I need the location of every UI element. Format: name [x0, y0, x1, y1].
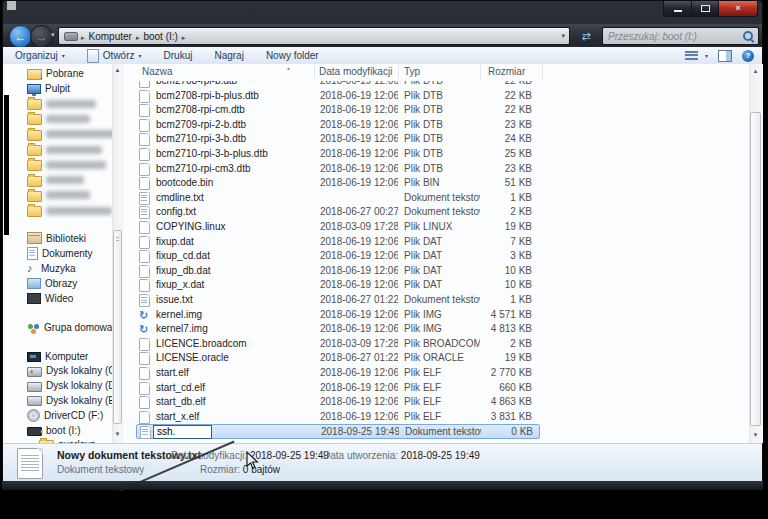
sidebar-item-redacted[interactable]: [27, 143, 102, 157]
sidebar-item-dysk-lokalny-e[interactable]: Dysk lokalny (E:): [27, 393, 121, 407]
back-button[interactable]: ←: [9, 25, 32, 48]
search-box[interactable]: Przeszukaj: boot (I:): [602, 27, 759, 45]
file-type: Plik ELF: [398, 381, 480, 396]
sidebar-item-redacted[interactable]: [27, 204, 112, 218]
file-row-bcm2709-rpi-2-b-dtb[interactable]: bcm2709-rpi-2-b.dtb2018-06-19 12:06Plik …: [136, 118, 540, 133]
file-row-config-txt[interactable]: config.txt2018-06-27 00:27Dokument tekst…: [136, 205, 540, 220]
file-row-bcm2708-rpi-b-dtb[interactable]: bcm2708-rpi-b.dtb2018-06-19 12:06Plik DT…: [136, 81, 540, 89]
file-row-bcm2710-rpi-cm3-dtb[interactable]: bcm2710-rpi-cm3.dtb2018-06-19 12:06Plik …: [136, 162, 540, 177]
views-icon: [685, 51, 698, 60]
file-modified: 2018-06-19 12:06: [314, 118, 398, 133]
file-type: Dokument tekstowy: [399, 425, 481, 440]
sidebar-item-pulpit[interactable]: Pulpit: [27, 81, 70, 95]
file-row-cmdline-txt[interactable]: cmdline.txtDokument tekstowy1 KB: [136, 191, 540, 206]
drive-icon: [64, 32, 78, 41]
file-row-COPYING-linux[interactable]: COPYING.linux2018-03-09 17:28Plik LINUX1…: [136, 220, 540, 235]
organize-button[interactable]: Organizuj ▾: [9, 47, 71, 64]
file-type: Plik DTB: [398, 103, 480, 118]
burn-button[interactable]: Nagraj: [208, 47, 249, 64]
list-scroll-up-icon[interactable]: ▲: [749, 68, 762, 74]
sidebar-item-biblioteki[interactable]: Biblioteki: [27, 231, 86, 245]
recent-pages-dropdown[interactable]: ▾: [51, 31, 55, 39]
sidebar-scroll-down-icon[interactable]: ▼: [112, 431, 123, 437]
file-row-bcm2708-rpi-cm-dtb[interactable]: bcm2708-rpi-cm.dtb2018-06-19 12:06Plik D…: [136, 103, 540, 118]
sidebar-item-pobrane[interactable]: Pobrane: [27, 66, 84, 80]
file-modified: 2018-06-19 12:06: [314, 322, 398, 337]
sidebar-item-boot-i[interactable]: boot (I:): [27, 423, 80, 437]
file-row-bootcode-bin[interactable]: bootcode.bin2018-06-19 12:06Plik BIN51 K…: [136, 176, 540, 191]
sidebar-item-wideo[interactable]: Wideo: [27, 291, 73, 305]
crumb-arrow-icon[interactable]: ▸: [181, 34, 187, 41]
file-row-bcm2710-rpi-3-b-dtb[interactable]: bcm2710-rpi-3-b.dtb2018-06-19 12:06Plik …: [136, 132, 540, 147]
sidebar-item-grupa-domowa[interactable]: Grupa domowa: [27, 320, 112, 334]
minimize-button[interactable]: [663, 1, 692, 17]
sidebar-item-redacted[interactable]: [27, 158, 106, 172]
open-button[interactable]: Otwórz ▾: [81, 47, 148, 64]
search-placeholder: Przeszukaj: boot (I:): [608, 31, 743, 42]
refresh-button[interactable]: ⇄: [574, 27, 598, 45]
change-view-button[interactable]: ▾: [683, 51, 710, 60]
file-row-LICENCE-broadcom[interactable]: LICENCE.broadcom2018-03-09 17:28Plik BRO…: [136, 337, 540, 352]
close-button[interactable]: ×: [718, 1, 758, 17]
preview-pane-icon[interactable]: [718, 50, 732, 62]
file-row-LICENSE-oracle[interactable]: LICENSE.oracle2018-06-27 01:22Plik ORACL…: [136, 351, 540, 366]
file-row-fixup-dat[interactable]: fixup.dat2018-06-19 12:06Plik DAT7 KB: [136, 235, 540, 250]
file-name-cell: bcm2710-rpi-3-b.dtb: [136, 132, 314, 147]
file-row-start-db-elf[interactable]: start_db.elf2018-06-19 12:06Plik ELF4 86…: [136, 395, 540, 410]
sidebar-item-redacted[interactable]: [27, 112, 90, 126]
rename-input[interactable]: ssh.: [153, 425, 212, 439]
file-row-start-elf[interactable]: start.elf2018-06-19 12:06Plik ELF2 770 K…: [136, 366, 540, 381]
sidebar-item-redacted[interactable]: [27, 127, 120, 141]
sidebar-item-muzyka[interactable]: ♪Muzyka: [27, 261, 75, 275]
file-name-cell: ↻kernel.img: [136, 308, 314, 323]
file-row-start-cd-elf[interactable]: start_cd.elf2018-06-19 12:06Plik ELF660 …: [136, 381, 540, 396]
list-scroll-down-icon[interactable]: ▼: [749, 432, 762, 438]
file-modified: 2018-06-19 12:06: [314, 308, 398, 323]
file-row-fixup-cd-dat[interactable]: fixup_cd.dat2018-06-19 12:06Plik DAT3 KB: [136, 249, 540, 264]
sidebar-item-dysk-lokalny-c[interactable]: Dysk lokalny (C:): [27, 364, 122, 378]
column-header-size[interactable]: Rozmiar: [488, 66, 525, 77]
file-row-bcm2708-rpi-b-plus-dtb[interactable]: bcm2708-rpi-b-plus.dtb2018-06-19 12:06Pl…: [136, 89, 540, 104]
organize-label: Organizuj: [15, 50, 58, 61]
print-button[interactable]: Drukuj: [158, 47, 199, 64]
file-row-kernel-img[interactable]: ↻kernel.img2018-06-19 12:06Plik IMG4 571…: [136, 308, 540, 323]
address-bar[interactable]: ▸Komputer▸boot (I:)▸ ▾: [58, 27, 570, 45]
list-scrollbar-thumb[interactable]: [750, 112, 761, 426]
sidebar-item-dokumenty[interactable]: Dokumenty: [27, 246, 93, 260]
minimize-icon: [674, 10, 682, 12]
file-row-bcm2710-rpi-3-b-plus-dtb[interactable]: bcm2710-rpi-3-b-plus.dtb2018-06-19 12:06…: [136, 147, 540, 162]
file-row-fixup-x-dat[interactable]: fixup_x.dat2018-06-19 12:06Plik DAT10 KB: [136, 278, 540, 293]
sidebar-scrollbar-thumb[interactable]: [113, 230, 122, 424]
sidebar-item-obrazy[interactable]: Obrazy: [27, 276, 77, 290]
column-header-name[interactable]: Nazwa: [142, 66, 173, 77]
folder-icon: [27, 191, 42, 202]
file-row-start-x-elf[interactable]: start_x.elf2018-06-19 12:06Plik ELF3 831…: [136, 410, 540, 425]
forward-button[interactable]: →: [30, 25, 53, 48]
sidebar-item-dysk-lokalny-d[interactable]: Dysk lokalny (D:): [27, 379, 122, 393]
breadcrumb-item[interactable]: Komputer: [86, 31, 135, 42]
maximize-button[interactable]: [692, 1, 718, 17]
address-dropdown-icon[interactable]: ▾: [561, 32, 565, 40]
file-size: 7 KB: [480, 235, 538, 250]
file-modified: 2018-06-19 12:06: [314, 81, 398, 89]
file-modified: 2018-09-25 19:49: [315, 425, 399, 440]
redacted-label: [46, 207, 112, 215]
column-header-modified[interactable]: Data modyfikacji: [319, 66, 392, 77]
sidebar-item-komputer[interactable]: Komputer: [27, 349, 88, 363]
new-folder-button[interactable]: Nowy folder: [260, 47, 325, 64]
file-row-issue-txt[interactable]: issue.txt2018-06-27 01:22Dokument teksto…: [136, 293, 540, 308]
file-size: 10 KB: [480, 278, 538, 293]
close-icon: ×: [735, 4, 740, 13]
file-size: 22 KB: [480, 103, 538, 118]
sidebar-item-drivercd-f[interactable]: DriverCD (F:): [27, 408, 103, 422]
sidebar-item-redacted[interactable]: [27, 188, 90, 202]
file-row-ssh[interactable]: ssh.2018-09-25 19:49Dokument tekstowy0 K…: [136, 424, 540, 439]
help-icon[interactable]: ?: [742, 50, 754, 62]
sidebar-scroll-up-icon[interactable]: ▲: [112, 67, 123, 73]
breadcrumb-item[interactable]: boot (I:): [140, 31, 180, 42]
sidebar-item-redacted[interactable]: [27, 97, 96, 111]
sidebar-item-redacted[interactable]: [27, 173, 84, 187]
column-header-type[interactable]: Typ: [404, 66, 420, 77]
file-row-fixup-db-dat[interactable]: fixup_db.dat2018-06-19 12:06Plik DAT10 K…: [136, 264, 540, 279]
file-row-kernel7-img[interactable]: ↻kernel7.img2018-06-19 12:06Plik IMG4 81…: [136, 322, 540, 337]
